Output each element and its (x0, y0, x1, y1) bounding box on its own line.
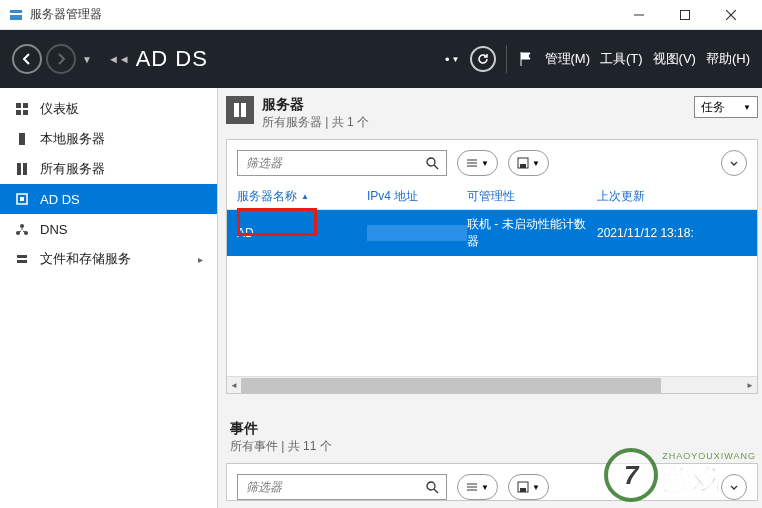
sidebar-item-local-server[interactable]: 本地服务器 (0, 124, 217, 154)
sidebar-item-all-servers[interactable]: 所有服务器 (0, 154, 217, 184)
sidebar-item-label: 仪表板 (40, 100, 79, 118)
svg-rect-0 (10, 10, 22, 13)
cell-last-update: 2021/11/12 13:18: (597, 226, 747, 240)
maximize-button[interactable] (662, 0, 708, 30)
save-options-button[interactable]: ▼ (508, 150, 549, 176)
caret-down-icon: ▼ (532, 483, 540, 492)
dns-icon (14, 222, 30, 236)
cell-ipv4 (367, 225, 467, 241)
flag-icon[interactable] (517, 50, 535, 68)
filter-box (237, 150, 447, 176)
disk-icon (517, 481, 529, 493)
tasks-label: 任务 (701, 99, 725, 116)
svg-rect-11 (17, 163, 21, 175)
breadcrumb-current: AD DS (136, 46, 208, 72)
cell-server-name: AD (237, 226, 367, 240)
events-section-header: 事件 所有事件 | 共 11 个 (226, 420, 758, 455)
scroll-right-arrow[interactable]: ► (743, 377, 757, 394)
svg-line-23 (434, 165, 438, 169)
caret-down-icon: ▼ (532, 159, 540, 168)
scroll-thumb[interactable] (241, 378, 661, 393)
expand-panel-button[interactable] (721, 150, 747, 176)
svg-rect-12 (23, 163, 27, 175)
main-content: 服务器 所有服务器 | 共 1 个 任务 ▼ ▼ (218, 88, 762, 508)
events-filter-box (237, 474, 447, 500)
sidebar-item-label: AD DS (40, 192, 80, 207)
menu-tools[interactable]: 工具(T) (600, 50, 643, 68)
sidebar-item-adds[interactable]: AD DS (0, 184, 217, 214)
refresh-button[interactable] (470, 46, 496, 72)
forward-button[interactable] (46, 44, 76, 74)
svg-point-29 (427, 482, 435, 490)
sidebar-item-label: 文件和存储服务 (40, 250, 131, 268)
sort-indicator-icon: ▲ (301, 192, 309, 201)
servers-icon (14, 162, 30, 176)
app-icon (8, 7, 24, 23)
events-expand-panel-button[interactable] (721, 474, 747, 500)
filter-input[interactable] (238, 156, 418, 170)
column-last-update[interactable]: 上次更新 (597, 188, 747, 205)
events-panel: ▼ ▼ (226, 463, 758, 501)
horizontal-scrollbar[interactable]: ◄ ► (227, 376, 757, 393)
servers-section-header: 服务器 所有服务器 | 共 1 个 任务 ▼ (226, 96, 758, 131)
adds-icon (14, 192, 30, 206)
events-search-button[interactable] (418, 475, 446, 499)
svg-rect-10 (19, 133, 25, 145)
svg-rect-14 (20, 197, 24, 201)
caret-down-icon: ▼ (481, 159, 489, 168)
chevron-right-icon: ▸ (198, 254, 203, 265)
svg-rect-1 (10, 15, 22, 20)
column-manageability[interactable]: 可管理性 (467, 188, 597, 205)
servers-section-title: 服务器 (262, 96, 694, 114)
events-filter-input[interactable] (238, 480, 418, 494)
sidebar-item-label: 所有服务器 (40, 160, 105, 178)
grid-header: 服务器名称▲ IPv4 地址 可管理性 上次更新 (227, 184, 757, 210)
servers-section-icon (226, 96, 254, 124)
minimize-button[interactable] (616, 0, 662, 30)
caret-down-icon: ▼ (481, 483, 489, 492)
divider (506, 45, 507, 73)
svg-rect-7 (23, 103, 28, 108)
sidebar-item-dns[interactable]: DNS (0, 214, 217, 244)
column-ipv4[interactable]: IPv4 地址 (367, 188, 467, 205)
menu-manage[interactable]: 管理(M) (545, 50, 591, 68)
close-button[interactable] (708, 0, 754, 30)
svg-rect-18 (17, 255, 27, 258)
table-row[interactable]: AD 联机 - 未启动性能计数器 2021/11/12 13:18: (227, 210, 757, 256)
svg-point-22 (427, 158, 435, 166)
menu-help[interactable]: 帮助(H) (706, 50, 750, 68)
nav-dot-dropdown[interactable]: •▼ (445, 52, 459, 67)
events-save-options-button[interactable]: ▼ (508, 474, 549, 500)
list-icon (466, 157, 478, 169)
svg-line-30 (434, 489, 438, 493)
cell-manageability: 联机 - 未启动性能计数器 (467, 216, 597, 250)
svg-rect-8 (16, 110, 21, 115)
sidebar-item-label: 本地服务器 (40, 130, 105, 148)
navigation-bar: ▼ ◄◄ AD DS •▼ 管理(M) 工具(T) 视图(V) 帮助(H) (0, 30, 762, 88)
list-icon (466, 481, 478, 493)
sidebar: 仪表板 本地服务器 所有服务器 AD DS DNS 文件和存储服务 ▸ (0, 88, 218, 508)
servers-panel: ▼ ▼ 服务器名称▲ IPv4 地址 可管理性 上次更新 AD (226, 139, 758, 394)
breadcrumb-prefix-icon: ◄◄ (108, 53, 130, 65)
events-section-title: 事件 (230, 420, 758, 438)
svg-rect-21 (241, 103, 246, 117)
menu-view[interactable]: 视图(V) (653, 50, 696, 68)
events-section-subtitle: 所有事件 | 共 11 个 (230, 438, 758, 455)
column-server-name[interactable]: 服务器名称▲ (237, 188, 367, 205)
back-button[interactable] (12, 44, 42, 74)
svg-rect-19 (17, 260, 27, 263)
search-button[interactable] (418, 151, 446, 175)
svg-rect-20 (234, 103, 239, 117)
svg-rect-28 (520, 164, 526, 168)
nav-history-dropdown[interactable]: ▼ (82, 54, 92, 65)
dashboard-icon (14, 102, 30, 116)
sidebar-item-storage[interactable]: 文件和存储服务 ▸ (0, 244, 217, 274)
events-view-options-button[interactable]: ▼ (457, 474, 498, 500)
sidebar-item-dashboard[interactable]: 仪表板 (0, 94, 217, 124)
svg-point-15 (20, 224, 24, 228)
svg-rect-9 (23, 110, 28, 115)
window-title: 服务器管理器 (30, 6, 616, 23)
scroll-left-arrow[interactable]: ◄ (227, 377, 241, 394)
tasks-dropdown[interactable]: 任务 ▼ (694, 96, 758, 118)
view-options-button[interactable]: ▼ (457, 150, 498, 176)
